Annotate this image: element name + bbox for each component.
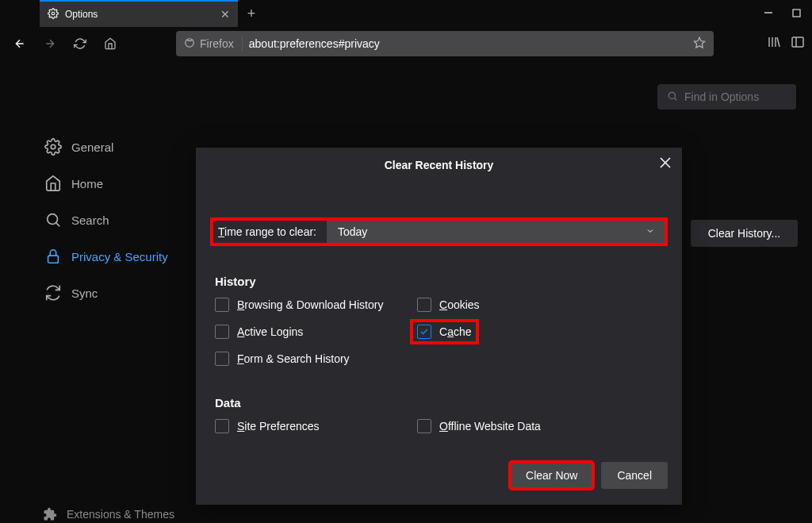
tab-bar: Options ✕ + [0, 0, 812, 27]
check-form-search[interactable]: Form & Search History [215, 352, 417, 366]
bookmark-star-icon[interactable] [693, 37, 706, 52]
sidebar-icon[interactable] [791, 36, 804, 52]
checkbox-icon[interactable] [215, 419, 229, 433]
check-browsing[interactable]: Browsing & Download History [215, 298, 417, 312]
dialog-button-row: Clear Now Cancel [510, 462, 668, 489]
url-bar[interactable]: Firefox about:preferences#privacy [176, 31, 714, 56]
identity-box[interactable]: Firefox [184, 37, 243, 51]
dialog-title: Clear Recent History [196, 148, 682, 179]
sidebar-label: Sync [71, 286, 98, 300]
svg-rect-16 [48, 256, 59, 263]
check-active-logins[interactable]: Active Logins [215, 325, 417, 339]
sidebar-item-privacy[interactable]: Privacy & Security [43, 238, 193, 275]
sidebar-extensions-themes[interactable]: Extensions & Themes [43, 507, 174, 521]
content-area: Find in Options General Home Search Priv… [0, 60, 812, 523]
history-checks: Browsing & Download History Cookies Acti… [215, 298, 663, 366]
svg-marker-4 [694, 37, 704, 48]
svg-line-12 [675, 98, 677, 100]
svg-rect-9 [792, 37, 803, 47]
maximize-icon[interactable] [792, 6, 801, 21]
time-range-row: Time range to clear: Today [212, 219, 666, 244]
preferences-sidebar: General Home Search Privacy & Security S… [43, 129, 193, 311]
sidebar-item-sync[interactable]: Sync [43, 275, 193, 311]
firefox-icon [184, 37, 195, 51]
svg-line-15 [56, 223, 59, 226]
check-offline-data[interactable]: Offline Website Data [417, 419, 619, 433]
library-icon[interactable] [768, 36, 780, 52]
history-heading: History [215, 275, 663, 288]
data-checks: Site Preferences Offline Website Data [215, 419, 663, 433]
checkbox-icon[interactable] [417, 419, 431, 433]
dialog-close-button[interactable] [660, 157, 671, 171]
search-icon [667, 90, 678, 104]
identity-label: Firefox [200, 37, 234, 50]
checkbox-icon[interactable] [417, 325, 431, 339]
reload-button[interactable] [68, 32, 92, 56]
checkbox-icon[interactable] [215, 298, 229, 312]
checkbox-icon[interactable] [215, 325, 229, 339]
time-range-label: Time range to clear: [212, 225, 327, 238]
nav-bar: Firefox about:preferences#privacy [0, 27, 812, 60]
url-text: about:preferences#privacy [249, 37, 380, 50]
new-tab-button[interactable]: + [238, 0, 265, 27]
check-cache[interactable]: Cache [417, 325, 619, 339]
time-range-select[interactable]: Today [327, 219, 666, 244]
clear-history-dialog: Clear Recent History Time range to clear… [196, 148, 682, 505]
sidebar-label: General [71, 140, 113, 154]
data-heading: Data [215, 396, 663, 410]
svg-point-14 [48, 214, 58, 225]
checkbox-icon[interactable] [215, 352, 229, 366]
sidebar-item-search[interactable]: Search [43, 202, 193, 238]
clear-now-button[interactable]: Clear Now [510, 462, 593, 489]
sidebar-item-general[interactable]: General [43, 129, 193, 165]
home-button[interactable] [98, 32, 122, 56]
chevron-down-icon [645, 225, 655, 238]
window-controls [764, 6, 812, 21]
toolbar-icons [768, 36, 804, 52]
back-button[interactable] [8, 32, 32, 56]
find-in-options[interactable]: Find in Options [657, 84, 796, 110]
sidebar-label: Privacy & Security [71, 250, 168, 263]
clear-history-button[interactable]: Clear History... [691, 220, 798, 247]
gear-icon [48, 8, 59, 21]
find-placeholder: Find in Options [684, 90, 759, 103]
minimize-icon[interactable] [764, 6, 773, 21]
svg-point-13 [51, 144, 56, 149]
check-cookies[interactable]: Cookies [417, 298, 619, 312]
sidebar-item-home[interactable]: Home [43, 165, 193, 202]
browser-tab-options[interactable]: Options ✕ [40, 0, 238, 27]
close-tab-icon[interactable]: ✕ [220, 8, 230, 21]
check-site-prefs[interactable]: Site Preferences [215, 419, 417, 433]
checkbox-icon[interactable] [417, 298, 431, 312]
svg-line-8 [777, 37, 779, 47]
sidebar-label: Home [71, 177, 103, 190]
time-range-value: Today [338, 225, 367, 238]
tab-title: Options [65, 9, 98, 20]
cancel-button[interactable]: Cancel [601, 462, 668, 489]
svg-rect-2 [793, 10, 800, 17]
forward-button[interactable] [38, 32, 62, 56]
svg-point-11 [668, 92, 675, 98]
extensions-label: Extensions & Themes [67, 508, 174, 521]
sidebar-label: Search [71, 213, 109, 227]
svg-point-0 [52, 12, 55, 15]
